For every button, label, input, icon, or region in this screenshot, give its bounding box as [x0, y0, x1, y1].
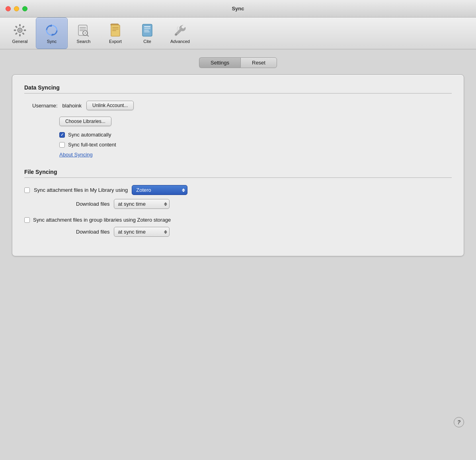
svg-rect-25 — [112, 29, 119, 29]
toolbar-label-search: Search — [77, 39, 91, 44]
svg-rect-26 — [112, 30, 116, 31]
wrench-icon — [173, 23, 187, 37]
toolbar-item-sync[interactable]: Sync — [36, 18, 68, 49]
help-button[interactable]: ? — [454, 417, 464, 427]
svg-point-10 — [19, 29, 21, 31]
toolbar-label-sync: Sync — [47, 39, 57, 44]
data-syncing-section: Data Syncing Username: blahoink Unlink A… — [24, 84, 452, 158]
file-syncing-divider — [24, 177, 452, 178]
toolbar-item-export[interactable]: Export — [99, 18, 131, 49]
toolbar-item-cite[interactable]: Cite — [131, 18, 163, 49]
choose-libraries-button[interactable]: Choose Libraries... — [59, 117, 111, 126]
window-controls — [6, 6, 27, 11]
my-library-label: Sync attachment files in My Library usin… — [34, 187, 128, 193]
settings-panel: Data Syncing Username: blahoink Unlink A… — [12, 74, 464, 256]
username-value: blahoink — [62, 103, 82, 109]
svg-rect-28 — [144, 26, 150, 27]
toolbar-label-advanced: Advanced — [170, 39, 190, 44]
window-title: Sync — [232, 6, 244, 12]
cite-icon — [140, 23, 154, 37]
svg-rect-31 — [144, 31, 150, 32]
settings-tab[interactable]: Settings — [199, 57, 240, 68]
my-library-download-row: Download files at sync time as needed — [24, 199, 452, 209]
toolbar-label-general: General — [12, 39, 27, 44]
svg-rect-6 — [22, 25, 25, 28]
download-files-container: at sync time as needed — [114, 199, 170, 209]
minimize-button[interactable] — [14, 6, 19, 11]
search-icon — [76, 23, 91, 37]
username-label: Username: — [32, 103, 58, 109]
group-download-container: at sync time as needed — [114, 227, 170, 237]
toolbar-item-general[interactable]: General — [4, 18, 36, 49]
sync-fulltext-label: Sync full-text content — [68, 142, 116, 148]
group-sync-label: Sync attachment files in group libraries… — [33, 217, 171, 223]
svg-rect-30 — [144, 30, 149, 31]
svg-rect-5 — [15, 25, 18, 28]
username-row: Username: blahoink Unlink Account... — [32, 101, 452, 110]
data-syncing-divider — [24, 93, 452, 94]
toolbar-item-search[interactable]: Search — [68, 18, 99, 49]
svg-rect-4 — [24, 29, 26, 31]
file-syncing-section: File Syncing Sync attachment files in My… — [24, 169, 452, 237]
svg-rect-3 — [14, 29, 16, 31]
svg-rect-7 — [15, 32, 18, 35]
my-library-storage-container: Zotero — [132, 185, 187, 195]
main-content: Settings Reset Data Syncing Username: bl… — [0, 49, 476, 439]
svg-rect-8 — [22, 32, 25, 35]
my-library-sync-row: Sync attachment files in My Library usin… — [24, 185, 452, 195]
svg-rect-14 — [80, 27, 86, 28]
title-bar: Sync — [0, 0, 476, 18]
data-syncing-header: Data Syncing — [24, 84, 452, 91]
toolbar-label-export: Export — [109, 39, 122, 44]
sync-fulltext-checkbox[interactable] — [59, 142, 65, 148]
group-download-label: Download files — [76, 229, 110, 235]
svg-rect-2 — [20, 34, 21, 36]
my-library-checkbox[interactable] — [24, 187, 30, 193]
unlink-account-button[interactable]: Unlink Account... — [86, 101, 134, 110]
group-download-row: Download files at sync time as needed — [24, 227, 452, 237]
svg-rect-16 — [80, 30, 84, 31]
svg-line-18 — [87, 35, 89, 36]
svg-point-32 — [176, 34, 177, 35]
about-syncing-link[interactable]: About Syncing — [59, 152, 452, 158]
file-syncing-header: File Syncing — [24, 169, 452, 175]
close-button[interactable] — [6, 6, 11, 11]
segmented-control: Settings Reset — [12, 57, 464, 68]
sync-fulltext-row: Sync full-text content — [59, 142, 452, 148]
svg-rect-29 — [144, 28, 150, 29]
toolbar-label-cite: Cite — [143, 39, 151, 44]
group-sync-checkbox[interactable] — [24, 217, 30, 223]
choose-libraries-row: Choose Libraries... — [59, 117, 452, 126]
download-files-select[interactable]: at sync time as needed — [114, 199, 170, 209]
reset-tab[interactable]: Reset — [240, 57, 277, 68]
maximize-button[interactable] — [22, 6, 27, 11]
group-download-select[interactable]: at sync time as needed — [114, 227, 170, 237]
sync-icon — [45, 23, 59, 37]
download-files-label: Download files — [76, 201, 110, 207]
my-library-storage-select[interactable]: Zotero — [132, 185, 187, 195]
toolbar-item-advanced[interactable]: Advanced — [163, 18, 197, 49]
sync-auto-row: Sync automatically — [59, 132, 452, 138]
svg-rect-15 — [80, 29, 86, 29]
toolbar: General Sync — [0, 18, 476, 49]
svg-rect-1 — [20, 24, 21, 26]
svg-rect-24 — [112, 27, 119, 28]
gear-icon — [13, 23, 27, 37]
export-icon — [108, 23, 123, 37]
sync-auto-checkbox[interactable] — [59, 132, 65, 138]
sync-auto-label: Sync automatically — [68, 132, 111, 138]
group-sync-row: Sync attachment files in group libraries… — [24, 217, 452, 223]
